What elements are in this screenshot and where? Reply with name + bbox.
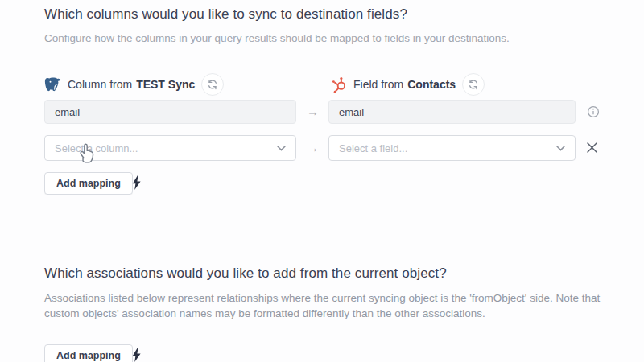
close-icon: [586, 142, 598, 154]
arrow-right-icon: →: [307, 142, 319, 154]
source-header-name: TEST Sync: [136, 78, 195, 91]
lightning-bolt-icon[interactable]: [132, 175, 141, 193]
source-column-select[interactable]: Select a column...: [44, 135, 296, 161]
info-icon[interactable]: [587, 105, 600, 118]
source-header-prefix: Column from: [68, 78, 132, 91]
add-association-mapping-button[interactable]: Add mapping: [44, 344, 133, 362]
destination-header-prefix: Field from: [353, 78, 403, 91]
add-mapping-button[interactable]: Add mapping: [44, 172, 133, 195]
mappings-section-title: Which columns would you like to sync to …: [44, 6, 407, 23]
source-header-label: Column from TEST Sync: [68, 78, 195, 91]
source-column-header: Column from TEST Sync: [44, 72, 224, 97]
destination-header-label: Field from Contacts: [353, 78, 456, 91]
destination-field-select-placeholder: Select a field...: [339, 142, 407, 154]
associations-description: Associations listed below represent rela…: [44, 290, 608, 321]
source-column-value-input[interactable]: [44, 100, 296, 124]
destination-field-header: Field from Contacts: [332, 72, 485, 97]
destination-field-value-input[interactable]: [328, 100, 576, 124]
destination-header-name: Contacts: [407, 78, 456, 91]
sync-configuration-page: Which columns would you like to sync to …: [0, 0, 644, 362]
refresh-source-columns-button[interactable]: [201, 73, 224, 96]
destination-field-select[interactable]: Select a field...: [328, 135, 576, 161]
chevron-down-icon: [277, 146, 286, 151]
refresh-icon: [207, 79, 218, 90]
refresh-icon: [468, 79, 479, 90]
remove-mapping-button[interactable]: [586, 142, 598, 154]
postgres-icon: [44, 76, 61, 93]
source-column-select-placeholder: Select a column...: [55, 142, 138, 154]
refresh-destination-fields-button[interactable]: [462, 73, 485, 96]
arrow-right-icon: →: [307, 105, 319, 117]
chevron-down-icon: [556, 146, 565, 151]
associations-section-title: Which associations would you like to add…: [44, 265, 447, 282]
mappings-section-subtitle: Configure how the columns in your query …: [44, 32, 510, 44]
lightning-bolt-icon[interactable]: [132, 348, 141, 362]
hubspot-icon: [332, 76, 347, 93]
